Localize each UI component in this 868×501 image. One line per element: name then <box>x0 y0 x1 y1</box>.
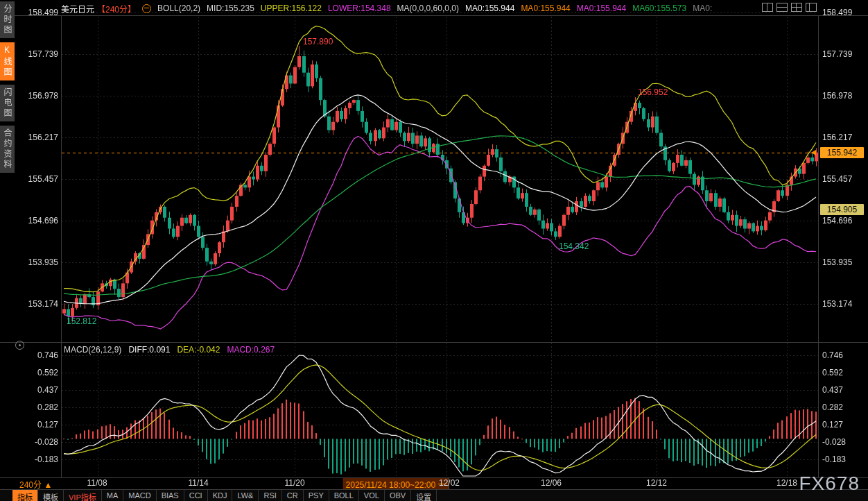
macd-axis-label: 0.127 <box>0 420 58 430</box>
price-axis-label: 153.174 <box>822 299 865 309</box>
chart-type-sidebar: 分时图 K线图 闪电图 合约资料 <box>0 1 12 173</box>
time-tick: 11/20 <box>284 478 304 488</box>
macd-axis-label: -0.028 <box>0 437 58 447</box>
macd-axis-label: 0.746 <box>822 350 865 360</box>
indicator-value: UPPER:156.122 <box>261 3 322 13</box>
time-tick: 11/14 <box>188 478 208 488</box>
time-axis: 240分 ▲ 11/08 11/14 11/20 2025/11/24 18:0… <box>0 477 868 489</box>
tab-indicators[interactable]: 指标 <box>12 490 38 501</box>
high-price-annotation: 156.952 <box>638 87 668 97</box>
high-price-annotation: 157.890 <box>303 37 333 46</box>
settings-button[interactable]: 设置 <box>411 490 437 501</box>
indicator-lwr[interactable]: LW& <box>232 490 259 501</box>
price-axis-label: 155.457 <box>822 174 865 184</box>
price-axis-label: 156.978 <box>822 91 865 101</box>
secondary-price-badge: 154.905 <box>820 204 864 215</box>
indicator-obv[interactable]: OBV <box>385 490 411 501</box>
indicator-value: LOWER:154.348 <box>328 3 391 13</box>
price-axis-label: 155.457 <box>0 174 58 184</box>
indicator-toolbar: 指标 模板 VIP指标 MA MACD BIAS CCI KDJ LW& RSI… <box>0 489 868 501</box>
price-axis-label: 156.978 <box>0 91 58 101</box>
macd-axis-label: -0.183 <box>822 455 865 464</box>
indicator-ma[interactable]: MA <box>102 490 124 501</box>
price-axis-label: 157.739 <box>0 49 58 59</box>
indicator-boll[interactable]: BOLL <box>329 490 359 501</box>
price-axis-label: 158.499 <box>0 8 58 17</box>
macd-diff-value: DIFF:0.091 <box>128 345 170 355</box>
minus-circle-icon[interactable] <box>142 4 151 13</box>
macd-axis-label: 0.592 <box>0 368 58 377</box>
split-sidebar-icon[interactable] <box>806 3 817 12</box>
price-axis-label: 158.499 <box>822 8 865 17</box>
time-tick: 12/06 <box>541 478 562 488</box>
symbol-name: 美元日元 <box>61 3 94 15</box>
macd-axis-label: 0.282 <box>0 402 58 412</box>
split-grid-icon[interactable] <box>791 3 802 12</box>
indicator-value: MA0:155.944 <box>577 3 626 13</box>
macd-header: MACD(26,12,9) DIFF:0.091 DEA:-0.042 MACD… <box>64 345 275 355</box>
tab-vip-indicators[interactable]: VIP指标 <box>64 490 102 501</box>
last-price-arrow-icon <box>811 150 816 155</box>
price-axis-label: 153.935 <box>0 257 58 267</box>
indicator-macd[interactable]: MACD <box>123 490 156 501</box>
indicator-value: MA0:155.944 <box>465 3 514 13</box>
indicator-vol[interactable]: VOL <box>359 490 385 501</box>
indicator-cci[interactable]: CCI <box>184 490 208 501</box>
price-axis-label: 153.174 <box>0 299 58 309</box>
indicator-value: BOLL(20,2) <box>157 3 200 13</box>
candlestick-chart-canvas[interactable] <box>0 0 868 501</box>
indicator-value: MA(0,0,0,60,0,0) <box>397 3 459 13</box>
low-price-annotation: 154.342 <box>559 241 589 251</box>
sidebar-item-timeline-chart[interactable]: 分时图 <box>0 1 15 38</box>
macd-hist-value: MACD:0.267 <box>227 345 275 355</box>
chart-header: 美元日元 【240分】 BOLL(20,2) MID:155.235 UPPER… <box>61 2 712 15</box>
price-axis-label: 156.217 <box>0 133 58 142</box>
price-axis-label: 157.739 <box>822 49 865 59</box>
indicator-bias[interactable]: BIAS <box>157 490 184 501</box>
macd-axis-label: 0.437 <box>0 385 58 395</box>
fx678-watermark: FX678 <box>799 473 860 495</box>
sidebar-item-kline-chart[interactable]: K线图 <box>0 42 15 80</box>
indicator-value: MA0: <box>693 3 712 13</box>
price-axis-label: 154.696 <box>822 216 865 226</box>
indicator-value: MID:155.235 <box>207 3 254 13</box>
selected-candle-time: 2025/11/24 18:00~22:00 一 <box>343 478 449 490</box>
macd-axis-label: -0.028 <box>822 437 865 447</box>
time-tick: 11/08 <box>87 478 107 488</box>
macd-axis-label: 0.437 <box>822 385 865 395</box>
indicator-kdj[interactable]: KDJ <box>208 490 233 501</box>
last-price-badge: 155.942 <box>820 147 864 158</box>
panel-collapse-icon[interactable] <box>15 341 24 350</box>
indicator-value: MA0:155.944 <box>521 3 570 13</box>
macd-indicator-name: MACD(26,12,9) <box>64 345 121 355</box>
indicator-rsi[interactable]: RSI <box>259 490 281 501</box>
macd-axis-label: 0.127 <box>822 420 865 430</box>
split-horizontal-icon[interactable] <box>776 3 788 12</box>
price-axis-label: 154.696 <box>0 216 58 226</box>
time-tick: 12/12 <box>646 478 667 488</box>
macd-axis-label: 0.282 <box>822 402 865 412</box>
macd-axis-label: 0.592 <box>822 368 865 377</box>
layout-icons-group <box>762 3 817 12</box>
indicator-value: MA60:155.573 <box>632 3 686 13</box>
price-axis-label: 153.935 <box>822 257 865 267</box>
indicator-cr[interactable]: CR <box>282 490 304 501</box>
macd-dea-value: DEA:-0.042 <box>177 345 220 355</box>
indicator-psy[interactable]: PSY <box>304 490 329 501</box>
macd-axis-label: -0.183 <box>0 455 58 464</box>
sidebar-item-lightning-chart[interactable]: 闪电图 <box>0 85 15 121</box>
price-axis-label: 156.217 <box>822 133 865 142</box>
timeframe-selector[interactable]: 240分 ▲ <box>19 478 52 490</box>
tab-templates[interactable]: 模板 <box>38 490 64 501</box>
time-tick: 12/18 <box>776 478 797 488</box>
trading-app-window: 美元日元 【240分】 BOLL(20,2) MID:155.235 UPPER… <box>0 0 868 501</box>
low-price-annotation: 152.812 <box>67 316 96 326</box>
period-label: 【240分】 <box>97 3 136 15</box>
time-tick: 12/02 <box>439 478 460 488</box>
split-vertical-icon[interactable] <box>762 3 773 12</box>
macd-axis-label: 0.746 <box>0 350 58 360</box>
